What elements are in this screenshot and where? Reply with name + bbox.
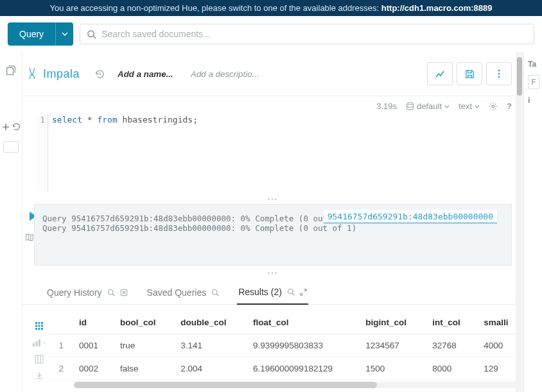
- result-view-icons: [30, 311, 48, 388]
- engine-name: Impala: [43, 67, 80, 81]
- name-input[interactable]: [118, 69, 182, 79]
- svg-rect-24: [36, 341, 38, 346]
- query-button-group: Query: [8, 22, 73, 46]
- results-panel: id bool_col double_col float_col bigint_…: [22, 305, 523, 388]
- svg-point-2: [498, 70, 500, 72]
- svg-rect-23: [33, 343, 35, 346]
- caret-down-icon: [475, 104, 480, 109]
- drag-handle[interactable]: •••: [22, 269, 523, 277]
- help-icon[interactable]: ?: [507, 101, 512, 111]
- search-icon: [211, 289, 219, 296]
- content-area: Impala 3.19s default text ?: [22, 52, 524, 392]
- info-icon[interactable]: i: [528, 96, 542, 105]
- svg-point-4: [498, 76, 500, 78]
- rail-box[interactable]: [3, 141, 19, 153]
- svg-rect-21: [39, 328, 40, 330]
- table-row: 1 0001 true 3.141 9.9399995803833 123456…: [48, 334, 523, 357]
- right-rail: Ta F i: [524, 52, 542, 392]
- banner-text: You are accessing a non-optimized Hue, p…: [50, 3, 381, 13]
- expand-icon[interactable]: [300, 289, 307, 296]
- col-id[interactable]: id: [71, 311, 112, 334]
- save-icon: [465, 69, 475, 79]
- topbar: Query: [0, 16, 542, 52]
- engine-selector[interactable]: Impala: [26, 67, 80, 81]
- format-name: text: [459, 101, 472, 111]
- svg-rect-26: [35, 355, 43, 363]
- database-selector[interactable]: default: [406, 101, 450, 111]
- search-input[interactable]: [101, 29, 527, 39]
- right-rail-label: Ta: [528, 60, 536, 69]
- chart-button[interactable]: [427, 62, 453, 85]
- results-table: id bool_col double_col float_col bigint_…: [48, 311, 523, 380]
- svg-line-11: [216, 294, 218, 296]
- query-log: 95416757d659291b:48d83ebb00000000 Query …: [34, 204, 512, 266]
- svg-rect-19: [41, 325, 43, 327]
- tab-label: Query History: [47, 287, 102, 298]
- columns-icon[interactable]: [35, 355, 44, 364]
- drag-handle[interactable]: •••: [22, 196, 523, 203]
- svg-line-13: [292, 293, 294, 295]
- svg-rect-18: [39, 325, 40, 327]
- svg-point-5: [407, 103, 414, 105]
- search-documents[interactable]: [80, 24, 534, 44]
- log-line: Query 95416757d659291b:48d83ebb00000000:…: [42, 223, 503, 233]
- editor-code[interactable]: select * from hbasestringids;: [48, 114, 522, 192]
- svg-point-10: [213, 289, 218, 294]
- left-rail: [0, 52, 22, 392]
- banner-url-link[interactable]: http://cdh1.macro.com:8889: [381, 3, 493, 13]
- svg-rect-14: [35, 322, 37, 324]
- database-name: default: [417, 101, 442, 111]
- search-icon: [107, 289, 115, 296]
- svg-rect-20: [35, 328, 37, 330]
- format-selector[interactable]: text: [459, 101, 480, 111]
- svg-point-12: [288, 289, 293, 294]
- search-icon: [287, 288, 295, 296]
- download-icon[interactable]: [35, 371, 44, 380]
- col-int[interactable]: int_col: [424, 311, 476, 334]
- documents-icon[interactable]: [5, 65, 17, 76]
- result-tabs: Query History Saved Queries Results (2): [22, 278, 523, 305]
- status-row: 3.19s default text ?: [22, 96, 523, 114]
- caret-down-icon: [62, 31, 68, 37]
- tab-label: Saved Queries: [147, 287, 207, 298]
- col-rownum[interactable]: [48, 311, 71, 334]
- refresh-icon[interactable]: [12, 123, 21, 131]
- tab-query-history[interactable]: Query History: [46, 287, 129, 304]
- vertical-scrollbar[interactable]: [516, 52, 523, 392]
- tab-results[interactable]: Results (2): [237, 287, 308, 305]
- col-float[interactable]: float_col: [245, 311, 358, 334]
- plus-icon[interactable]: [2, 123, 10, 131]
- grid-view-icon[interactable]: [35, 321, 44, 330]
- col-double[interactable]: double_col: [173, 311, 245, 334]
- chart-view-icon[interactable]: [32, 338, 46, 347]
- col-bigint[interactable]: bigint_col: [358, 311, 424, 334]
- svg-point-7: [108, 289, 113, 294]
- history-icon[interactable]: [95, 69, 105, 79]
- tab-label: Results (2): [238, 287, 282, 297]
- col-bool[interactable]: bool_col: [112, 311, 173, 334]
- sql-editor[interactable]: 1 select * from hbasestringids;: [22, 114, 523, 192]
- horizontal-scrollbar[interactable]: [74, 382, 520, 388]
- query-id-tooltip[interactable]: 95416757d659291b:48d83ebb00000000: [324, 210, 497, 223]
- non-optimized-banner: You are accessing a non-optimized Hue, p…: [0, 0, 542, 16]
- query-button[interactable]: Query: [8, 22, 55, 46]
- svg-point-6: [492, 105, 494, 108]
- gear-icon[interactable]: [489, 102, 498, 111]
- description-input[interactable]: [191, 69, 268, 79]
- filter-box[interactable]: F: [528, 75, 539, 89]
- database-icon: [406, 102, 414, 110]
- svg-rect-25: [39, 339, 40, 346]
- svg-rect-15: [39, 322, 40, 324]
- editor-header: Impala: [22, 52, 523, 96]
- query-dropdown-button[interactable]: [55, 22, 73, 46]
- save-button[interactable]: [457, 62, 482, 85]
- search-icon: [87, 30, 96, 39]
- caret-down-icon: [444, 104, 450, 109]
- tab-saved-queries[interactable]: Saved Queries: [146, 287, 221, 304]
- svg-point-3: [498, 73, 500, 75]
- svg-point-0: [88, 30, 94, 36]
- clear-icon[interactable]: [120, 289, 128, 296]
- more-vertical-icon: [498, 69, 500, 78]
- more-button[interactable]: [486, 62, 512, 85]
- svg-rect-17: [35, 325, 37, 327]
